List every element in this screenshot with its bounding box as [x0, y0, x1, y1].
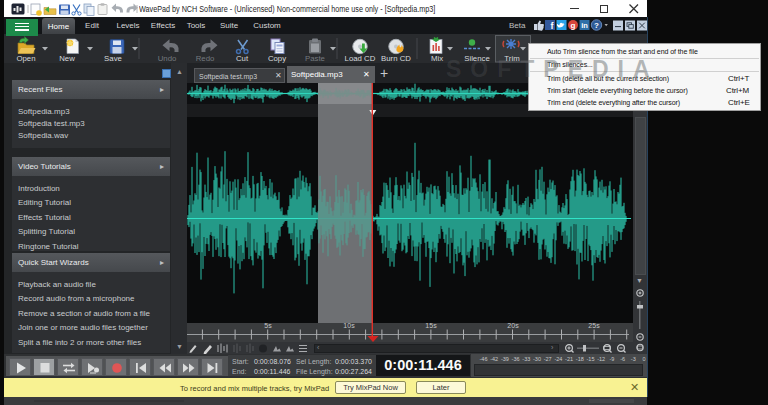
svg-text:in: in [581, 21, 588, 30]
svg-text:?: ? [594, 21, 599, 30]
svg-text:g: g [571, 21, 576, 30]
